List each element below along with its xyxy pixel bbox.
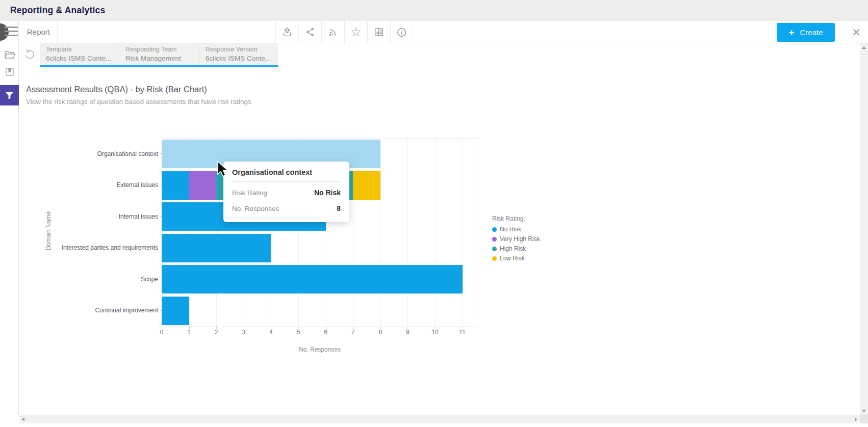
x-tick-label: 4 [263, 329, 278, 336]
x-tick-label: 5 [291, 329, 306, 336]
scroll-left-icon[interactable] [22, 417, 24, 421]
y-axis-title: Domain Name [45, 200, 52, 261]
chip-label: Response Version [206, 45, 272, 54]
create-button[interactable]: + Create [777, 23, 835, 42]
chip-value: 6clicks ISMS Conte... [206, 54, 272, 63]
toolbar-separator [57, 21, 58, 43]
star-icon[interactable]: ☆ [344, 21, 367, 43]
bar-segment-no-risk[interactable] [162, 234, 271, 262]
category-tick [160, 248, 162, 248]
page-title: Reporting & Analytics [10, 0, 105, 21]
horizontal-scrollbar[interactable] [19, 415, 860, 423]
x-tick-label: 10 [427, 329, 443, 336]
bookmark-icon[interactable] [0, 67, 19, 77]
x-tick-label: 2 [209, 329, 224, 336]
scroll-up-icon[interactable] [862, 46, 866, 49]
legend-entry[interactable]: No Risk [492, 226, 540, 233]
bar-segment-no-risk[interactable] [162, 265, 463, 293]
bar-segment-no-risk[interactable] [162, 171, 189, 200]
tooltip-divider [232, 181, 341, 182]
legend-label: High Risk [500, 245, 526, 252]
legend-dot [492, 256, 497, 261]
feed-icon[interactable] [321, 21, 344, 43]
x-tick-label: 1 [182, 329, 197, 336]
bar-row [162, 234, 271, 262]
sidebar-item-filter-active[interactable] [0, 85, 19, 105]
legend-dot [492, 227, 497, 232]
chart-tooltip: Organisational context Risk Rating No Ri… [223, 162, 349, 222]
bar-segment-very-high-risk[interactable] [189, 171, 217, 200]
category-tick [160, 310, 162, 311]
tooltip-title: Organisational context [232, 168, 341, 176]
export-icon[interactable] [275, 21, 298, 43]
filter-icon [5, 91, 14, 100]
share-icon[interactable] [298, 21, 321, 43]
bar-segment-no-risk[interactable] [162, 297, 189, 325]
info-icon[interactable] [390, 21, 413, 43]
bar-row [162, 265, 463, 293]
mouse-cursor [217, 161, 231, 180]
tooltip-row-label: Risk Rating [232, 189, 267, 197]
legend-entry[interactable]: High Risk [492, 245, 540, 252]
x-tick-label: 3 [236, 329, 251, 336]
folder-icon[interactable] [0, 48, 19, 61]
report-title: Assessment Results (QBA) - by Risk (Bar … [26, 85, 207, 94]
reporting-analytics-page: { "header": { "title": "Reporting & Anal… [0, 0, 868, 427]
legend-label: Low Risk [500, 255, 525, 262]
scroll-down-icon[interactable] [862, 410, 866, 412]
x-tick-label: 6 [318, 329, 334, 336]
plot-right-border [478, 139, 478, 327]
chip-value: 6clicks ISMS Conte... [46, 54, 113, 63]
plus-icon: + [788, 28, 794, 37]
category-tick [160, 185, 162, 185]
report-book-icon[interactable] [367, 21, 390, 43]
tooltip-row: No. Responses 8 [232, 204, 341, 212]
chip-label: Responding Team [125, 45, 193, 54]
tooltip-row-value: No Risk [314, 189, 341, 197]
chart-legend: Risk Rating: No RiskVery High RiskHigh R… [492, 215, 540, 264]
legend-dot [492, 237, 497, 242]
legend-entry[interactable]: Very High Risk [492, 235, 540, 243]
legend-title: Risk Rating: [492, 215, 540, 222]
x-axis-title: No. Responses [162, 346, 478, 353]
app-header: Reporting & Analytics [0, 0, 868, 21]
chart-x-ticks: 01234567891011 [162, 329, 478, 337]
report-subtitle: View the risk ratings of question based … [26, 98, 251, 105]
scrollbar-corner [860, 415, 868, 423]
tooltip-row-value: 8 [337, 204, 341, 212]
category-tick [160, 153, 162, 154]
legend-entry[interactable]: Low Risk [492, 255, 540, 262]
undo-icon[interactable] [23, 47, 37, 61]
legend-dot [492, 247, 497, 251]
category-label: Continual improvement [25, 295, 158, 327]
vertical-scrollbar[interactable] [860, 43, 868, 415]
category-label: Scope [25, 263, 158, 295]
category-label: External issues [25, 170, 158, 201]
x-tick-label: 9 [400, 329, 415, 336]
bar-row [162, 297, 189, 325]
category-tick [160, 279, 162, 279]
tooltip-row-label: No. Responses [232, 205, 279, 212]
category-label: Organisational context [25, 138, 158, 170]
filter-chip-template[interactable]: Template 6clicks ISMS Conte... [40, 43, 119, 65]
tab-report[interactable]: Report [19, 21, 58, 43]
x-tick-label: 8 [373, 329, 388, 336]
scroll-right-icon[interactable] [855, 417, 857, 421]
bar-segment-low-risk[interactable] [353, 171, 380, 200]
filter-chip-response-version[interactable]: Response Version 6clicks ISMS Conte... [199, 43, 278, 65]
x-tick-label: 0 [154, 329, 169, 336]
close-icon[interactable]: ✕ [849, 25, 864, 40]
x-tick-label: 7 [345, 329, 361, 336]
legend-label: No Risk [500, 226, 521, 233]
filter-chip-bar: Template 6clicks ISMS Conte... Respondin… [40, 43, 278, 67]
chip-label: Template [46, 45, 113, 54]
category-tick [160, 216, 162, 217]
toolbar-icon-group: ☆ [275, 21, 413, 43]
chip-value: Risk Management [125, 54, 193, 63]
tooltip-row: Risk Rating No Risk [232, 189, 341, 197]
create-button-label: Create [800, 28, 823, 37]
filter-chip-responding-team[interactable]: Responding Team Risk Management [119, 43, 199, 65]
x-tick-label: 11 [455, 329, 470, 336]
menu-icon[interactable] [5, 26, 18, 39]
toolbar [0, 21, 868, 43]
